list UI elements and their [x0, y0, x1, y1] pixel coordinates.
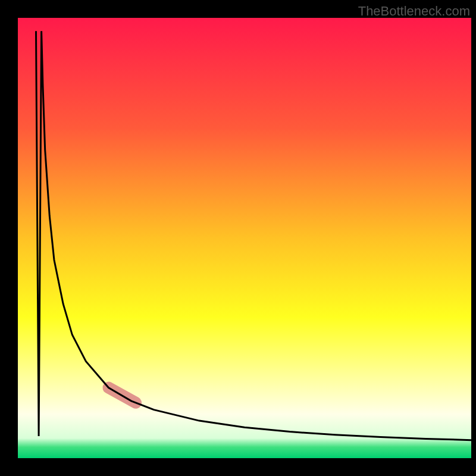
frame-bottom — [0, 458, 476, 476]
chart-svg — [0, 0, 476, 476]
frame-left — [0, 0, 18, 476]
bottleneck-chart — [0, 0, 476, 476]
plot-background — [18, 18, 471, 458]
frame-right — [471, 0, 476, 476]
attribution-label: TheBottleneck.com — [358, 4, 470, 19]
